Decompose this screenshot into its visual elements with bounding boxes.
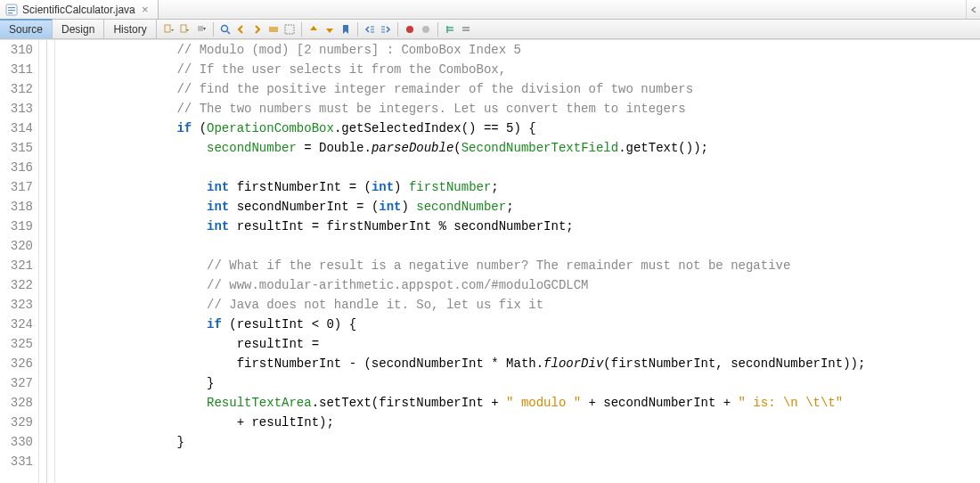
line-number[interactable]: 318 bbox=[0, 197, 33, 217]
line-number[interactable]: 311 bbox=[0, 60, 33, 79]
line-number[interactable]: 322 bbox=[0, 275, 33, 295]
line-number[interactable]: 321 bbox=[0, 256, 33, 275]
code-line[interactable]: // Modulo (mod) [2 numbers] : ComboBox I… bbox=[57, 40, 980, 60]
prev-bookmark-icon[interactable] bbox=[306, 22, 321, 37]
svg-rect-2 bbox=[8, 10, 15, 11]
line-number[interactable]: 316 bbox=[0, 158, 33, 177]
fold-guide-line bbox=[46, 40, 47, 483]
back-icon[interactable] bbox=[178, 22, 192, 37]
code-line[interactable]: if (resultInt < 0) { bbox=[57, 315, 980, 334]
toolbar-divider bbox=[397, 22, 398, 37]
line-number[interactable]: 320 bbox=[0, 236, 33, 256]
file-tab-label: ScientificCalculator.java bbox=[22, 4, 135, 16]
dropdown-icon[interactable] bbox=[194, 22, 208, 37]
code-line[interactable]: // What if the result is a negative numb… bbox=[57, 256, 980, 275]
last-edit-icon[interactable] bbox=[162, 22, 176, 37]
code-line[interactable]: secondNumber = Double.parseDouble(Second… bbox=[57, 138, 980, 158]
mode-tab-source[interactable]: Source bbox=[0, 19, 53, 38]
line-number[interactable]: 315 bbox=[0, 138, 33, 158]
tab-spacer bbox=[159, 0, 966, 19]
code-line[interactable]: // Java does not handle it. So, let us f… bbox=[57, 295, 980, 315]
svg-rect-5 bbox=[181, 25, 186, 32]
line-number[interactable]: 313 bbox=[0, 99, 33, 119]
line-number-gutter: 3103113123133143153163173183193203213223… bbox=[0, 40, 39, 483]
line-number[interactable]: 327 bbox=[0, 373, 33, 393]
next-bookmark-icon[interactable] bbox=[323, 22, 337, 37]
code-line[interactable] bbox=[57, 158, 980, 177]
line-number[interactable]: 328 bbox=[0, 393, 33, 413]
code-line[interactable]: } bbox=[57, 432, 980, 452]
svg-rect-10 bbox=[285, 25, 294, 34]
mode-tab-history-label: History bbox=[113, 23, 146, 36]
line-number[interactable]: 325 bbox=[0, 334, 33, 354]
svg-point-18 bbox=[422, 26, 429, 33]
close-tab-icon[interactable]: × bbox=[140, 4, 151, 15]
comment-icon[interactable] bbox=[443, 22, 457, 37]
macro-stop-icon[interactable] bbox=[419, 22, 433, 37]
svg-rect-1 bbox=[8, 7, 15, 8]
line-number[interactable]: 330 bbox=[0, 432, 33, 452]
code-line[interactable]: + resultInt); bbox=[57, 413, 980, 432]
svg-rect-9 bbox=[269, 27, 278, 32]
code-line[interactable]: ResultTextArea.setText(firstNumberInt + … bbox=[57, 393, 980, 413]
line-number[interactable]: 323 bbox=[0, 295, 33, 315]
svg-point-17 bbox=[406, 26, 413, 33]
code-line[interactable]: int firstNumberInt = (int) firstNumber; bbox=[57, 177, 980, 197]
toolbar-divider bbox=[357, 22, 358, 37]
code-line[interactable] bbox=[57, 452, 980, 471]
java-file-icon bbox=[5, 4, 18, 16]
shift-right-icon[interactable] bbox=[379, 22, 393, 37]
mode-tab-design-label: Design bbox=[61, 23, 94, 36]
macro-record-icon[interactable] bbox=[403, 22, 417, 37]
line-number[interactable]: 326 bbox=[0, 354, 33, 373]
code-line[interactable]: firstNumberInt - (secondNumberInt * Math… bbox=[57, 354, 980, 373]
rect-select-icon[interactable] bbox=[282, 22, 297, 37]
toolbar-divider bbox=[437, 22, 438, 37]
line-number[interactable]: 324 bbox=[0, 315, 33, 334]
line-number[interactable]: 314 bbox=[0, 119, 33, 138]
file-tab-bar: ScientificCalculator.java × bbox=[0, 0, 980, 20]
mode-bar: Source Design History bbox=[0, 20, 980, 39]
shift-left-icon[interactable] bbox=[363, 22, 377, 37]
svg-rect-4 bbox=[165, 25, 170, 32]
code-line[interactable]: // www.modular-arithmetic.appspot.com/#m… bbox=[57, 275, 980, 295]
code-line[interactable] bbox=[57, 236, 980, 256]
fold-strip[interactable] bbox=[39, 40, 55, 483]
code-line[interactable]: int secondNumberInt = (int) secondNumber… bbox=[57, 197, 980, 217]
code-line[interactable]: // find the positive integer remainder o… bbox=[57, 79, 980, 99]
code-line[interactable]: resultInt = bbox=[57, 334, 980, 354]
mode-tab-design[interactable]: Design bbox=[53, 20, 104, 38]
line-number[interactable]: 312 bbox=[0, 79, 33, 99]
mode-tab-history[interactable]: History bbox=[104, 20, 156, 38]
code-line[interactable]: // The two numbers must be integers. Let… bbox=[57, 99, 980, 119]
uncomment-icon[interactable] bbox=[459, 22, 473, 37]
toolbar-divider bbox=[213, 22, 214, 37]
find-next-icon[interactable] bbox=[250, 22, 265, 37]
line-number[interactable]: 317 bbox=[0, 177, 33, 197]
find-prev-icon[interactable] bbox=[234, 22, 249, 37]
line-number[interactable]: 319 bbox=[0, 217, 33, 236]
code-area[interactable]: // Modulo (mod) [2 numbers] : ComboBox I… bbox=[55, 40, 980, 483]
code-line[interactable]: if (OperationComboBox.getSelectedIndex()… bbox=[57, 119, 980, 138]
svg-point-7 bbox=[221, 25, 227, 31]
line-number[interactable]: 331 bbox=[0, 452, 33, 471]
svg-line-8 bbox=[227, 31, 230, 34]
find-selection-icon[interactable] bbox=[218, 22, 233, 37]
toolbar-divider bbox=[301, 22, 302, 37]
line-number[interactable]: 329 bbox=[0, 413, 33, 432]
toggle-bookmark-icon[interactable] bbox=[339, 22, 353, 37]
code-line[interactable]: // If the user selects it from the Combo… bbox=[57, 60, 980, 79]
code-line[interactable]: } bbox=[57, 373, 980, 393]
code-line[interactable]: int resultInt = firstNumberInt % secondN… bbox=[57, 217, 980, 236]
tabs-overflow-icon[interactable] bbox=[966, 0, 980, 19]
svg-rect-3 bbox=[8, 12, 12, 13]
svg-rect-6 bbox=[198, 26, 203, 31]
line-number[interactable]: 310 bbox=[0, 40, 33, 60]
editor-toolbar bbox=[157, 20, 478, 38]
code-editor[interactable]: 3103113123133143153163173183193203213223… bbox=[0, 39, 980, 483]
mode-tab-source-label: Source bbox=[9, 23, 43, 36]
toggle-highlight-icon[interactable] bbox=[266, 22, 281, 37]
file-tab[interactable]: ScientificCalculator.java × bbox=[0, 0, 159, 19]
